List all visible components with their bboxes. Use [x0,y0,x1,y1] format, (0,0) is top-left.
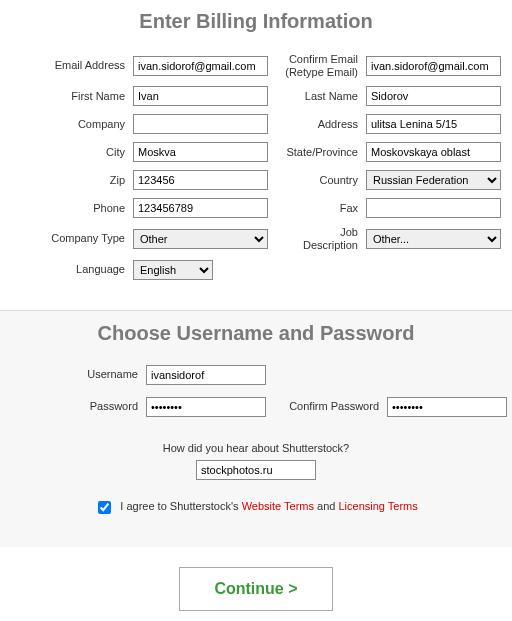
label-username: Username [20,368,138,381]
agree-prefix: I agree to Shutterstock's [120,500,241,512]
email-field[interactable] [133,56,268,76]
label-password: Password [20,400,138,413]
last-name-field[interactable] [366,86,501,106]
label-city: City [20,146,125,159]
agree-and: and [314,500,338,512]
credentials-form: Username Password Confirm Password [0,365,512,417]
confirm-email-field[interactable] [366,56,501,76]
hear-block: How did you hear about Shutterstock? [0,442,512,480]
username-field[interactable] [146,365,266,385]
company-field[interactable] [133,114,268,134]
credentials-section: Choose Username and Password Username Pa… [0,311,512,547]
label-country: Country [276,174,358,187]
hear-field[interactable] [196,460,316,480]
label-first-name: First Name [20,90,125,103]
label-fax: Fax [276,202,358,215]
job-select[interactable]: Other... [366,229,501,249]
credentials-title: Choose Username and Password [0,322,512,345]
confirm-password-field[interactable] [387,397,507,417]
label-confirm-email: Confirm Email(Retype Email) [276,53,358,78]
city-field[interactable] [133,142,268,162]
state-field[interactable] [366,142,501,162]
billing-form: Email Address Confirm Email(Retype Email… [0,53,512,300]
label-phone: Phone [20,202,125,215]
agree-block: I agree to Shutterstock's Website Terms … [0,498,512,517]
label-address: Address [276,118,358,131]
password-field[interactable] [146,397,266,417]
fax-field[interactable] [366,198,501,218]
country-select[interactable]: Russian Federation [366,170,501,190]
first-name-field[interactable] [133,86,268,106]
label-job: JobDescription [276,226,358,251]
website-terms-link[interactable]: Website Terms [242,500,314,512]
continue-button[interactable]: Continue > [179,567,332,611]
language-select[interactable]: English [133,260,213,280]
label-state: State/Province [276,146,358,159]
hear-question: How did you hear about Shutterstock? [0,442,512,454]
label-last-name: Last Name [276,90,358,103]
company-type-select[interactable]: Other [133,229,268,249]
phone-field[interactable] [133,198,268,218]
label-language: Language [20,263,125,276]
label-company: Company [20,118,125,131]
label-zip: Zip [20,174,125,187]
agree-checkbox[interactable] [98,501,111,514]
label-confirm-password: Confirm Password [274,400,379,413]
continue-wrap: Continue > [0,547,512,621]
zip-field[interactable] [133,170,268,190]
licensing-terms-link[interactable]: Licensing Terms [338,500,417,512]
billing-title: Enter Billing Information [0,10,512,33]
label-company-type: Company Type [20,232,125,245]
address-field[interactable] [366,114,501,134]
label-email: Email Address [20,59,125,72]
